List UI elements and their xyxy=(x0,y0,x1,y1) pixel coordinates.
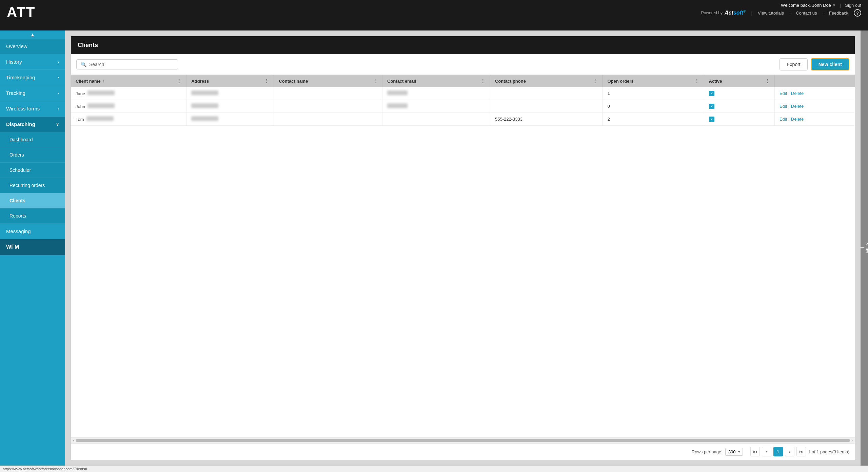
prev-page-button[interactable]: ‹ xyxy=(762,447,771,456)
show-panel-label: Show xyxy=(865,243,868,253)
cell-open-orders: 0 xyxy=(603,100,704,113)
col-label-contact-name: Contact name xyxy=(279,79,308,84)
sidebar-item-tracking[interactable]: Tracking › xyxy=(0,85,65,101)
contact-us-link[interactable]: Contact us xyxy=(796,11,817,16)
col-label-client-name: Client name xyxy=(76,79,101,84)
panel-toolbar: 🔍 Export New client xyxy=(71,54,855,75)
sidebar-item-clients[interactable]: Clients xyxy=(0,193,65,208)
col-header-open-orders[interactable]: Open orders ⋮ xyxy=(603,75,704,87)
sidebar-item-messaging[interactable]: Messaging xyxy=(0,224,65,239)
sidebar-item-recurring-orders[interactable]: Recurring orders xyxy=(0,178,65,193)
last-page-button[interactable]: ⏭ xyxy=(796,447,806,456)
page-info: 1 of 1 pages(3 items) xyxy=(808,449,849,454)
export-button[interactable]: Export xyxy=(780,58,807,70)
sidebar-label-scheduler: Scheduler xyxy=(9,167,31,173)
scroll-left-icon[interactable]: ‹ xyxy=(72,438,76,443)
sidebar-item-history[interactable]: History › xyxy=(0,54,65,70)
rows-per-page-select[interactable]: 300 100 50 xyxy=(725,448,743,456)
status-bar: https://www.actsoftworkforcemanager.com/… xyxy=(0,466,868,472)
delete-link[interactable]: Delete xyxy=(791,117,804,122)
client-name-blurred xyxy=(87,103,115,108)
scroll-right-icon[interactable]: › xyxy=(850,438,854,443)
col-header-active[interactable]: Active ⋮ xyxy=(704,75,774,87)
client-name-blurred xyxy=(87,90,115,95)
toolbar-right: Export New client xyxy=(780,58,849,70)
cell-contact-name xyxy=(274,113,382,126)
cell-actions: Edit | Delete xyxy=(774,113,855,126)
cell-open-orders: 1 xyxy=(603,87,704,100)
help-icon[interactable]: ? xyxy=(854,9,861,17)
col-menu-icon[interactable]: ⋮ xyxy=(765,78,770,84)
sidebar-item-dispatching[interactable]: Dispatching ∨ xyxy=(0,117,65,132)
active-checkbox[interactable]: ✓ xyxy=(709,91,714,96)
sidebar-item-overview[interactable]: Overview xyxy=(0,39,65,54)
client-name-value: John xyxy=(76,104,86,109)
show-panel-arrow-icon: ← xyxy=(859,244,865,251)
col-menu-icon[interactable]: ⋮ xyxy=(177,78,181,84)
cell-active: ✓ xyxy=(704,87,774,100)
cell-open-orders: 2 xyxy=(603,113,704,126)
cell-active: ✓ xyxy=(704,113,774,126)
welcome-dropdown[interactable]: Welcome back, John Doe ▼ xyxy=(781,3,836,8)
sign-out-link[interactable]: Sign out xyxy=(845,3,861,8)
active-checkbox[interactable]: ✓ xyxy=(709,104,714,109)
sidebar-item-orders[interactable]: Orders xyxy=(0,147,65,163)
action-separator: | xyxy=(788,104,789,109)
cell-client-name: John xyxy=(71,100,186,113)
sidebar-item-reports[interactable]: Reports xyxy=(0,208,65,224)
current-page-button[interactable]: 1 xyxy=(773,447,783,456)
col-header-actions xyxy=(774,75,855,87)
action-separator: | xyxy=(788,117,789,122)
client-name-blurred xyxy=(86,116,114,121)
edit-link[interactable]: Edit xyxy=(780,117,787,122)
edit-link[interactable]: Edit xyxy=(780,91,787,96)
sidebar-item-dashboard[interactable]: Dashboard xyxy=(0,132,65,147)
email-blurred xyxy=(387,103,408,108)
col-header-client-name[interactable]: Client name ↑ ⋮ xyxy=(71,75,186,87)
col-menu-icon[interactable]: ⋮ xyxy=(694,78,699,84)
sidebar-item-scheduler[interactable]: Scheduler xyxy=(0,163,65,178)
cell-address xyxy=(186,87,274,100)
col-header-address[interactable]: Address ⋮ xyxy=(186,75,274,87)
col-header-contact-name[interactable]: Contact name ⋮ xyxy=(274,75,382,87)
col-header-contact-phone[interactable]: Contact phone ⋮ xyxy=(490,75,603,87)
welcome-text: Welcome back, John Doe xyxy=(781,3,831,8)
cell-active: ✓ xyxy=(704,100,774,113)
sidebar-scroll-up[interactable]: ▲ xyxy=(0,30,65,39)
sort-asc-icon[interactable]: ↑ xyxy=(103,79,104,83)
col-menu-icon[interactable]: ⋮ xyxy=(593,78,597,84)
delete-link[interactable]: Delete xyxy=(791,91,804,96)
next-page-button[interactable]: › xyxy=(785,447,794,456)
sidebar-label-overview: Overview xyxy=(6,43,27,49)
col-menu-icon[interactable]: ⋮ xyxy=(373,78,377,84)
search-input[interactable] xyxy=(89,62,174,67)
powered-by: Powered by Actsoft® xyxy=(701,9,746,16)
col-menu-icon[interactable]: ⋮ xyxy=(480,78,485,84)
col-menu-icon[interactable]: ⋮ xyxy=(264,78,269,84)
cell-address xyxy=(186,100,274,113)
cell-contact-name xyxy=(274,100,382,113)
show-panel[interactable]: ← Show xyxy=(861,30,868,466)
scroll-track[interactable] xyxy=(76,439,850,442)
active-checkbox[interactable]: ✓ xyxy=(709,117,714,122)
sidebar-label-wireless-forms: Wireless forms xyxy=(6,106,40,111)
col-label-open-orders: Open orders xyxy=(607,79,633,84)
scroll-thumb[interactable] xyxy=(76,439,850,442)
panel-header: Clients xyxy=(71,36,855,54)
feedback-link[interactable]: Feedback xyxy=(829,11,848,16)
delete-link[interactable]: Delete xyxy=(791,104,804,109)
cell-client-name: Jane xyxy=(71,87,186,100)
cell-contact-name xyxy=(274,87,382,100)
cell-contact-email xyxy=(382,113,490,126)
edit-link[interactable]: Edit xyxy=(780,104,787,109)
col-header-contact-email[interactable]: Contact email ⋮ xyxy=(382,75,490,87)
horizontal-scrollbar[interactable]: ‹ › xyxy=(71,437,855,443)
view-tutorials-link[interactable]: View tutorials xyxy=(758,11,784,16)
actsoft-logo: Actsoft® xyxy=(725,9,746,16)
sidebar-item-wfm[interactable]: WFM xyxy=(0,239,65,255)
first-page-button[interactable]: ⏮ xyxy=(750,447,760,456)
sidebar-item-wireless-forms[interactable]: Wireless forms › xyxy=(0,101,65,117)
sidebar-label-recurring-orders: Recurring orders xyxy=(9,183,45,188)
sidebar-item-timekeeping[interactable]: Timekeeping › xyxy=(0,70,65,85)
new-client-button[interactable]: New client xyxy=(811,58,849,70)
